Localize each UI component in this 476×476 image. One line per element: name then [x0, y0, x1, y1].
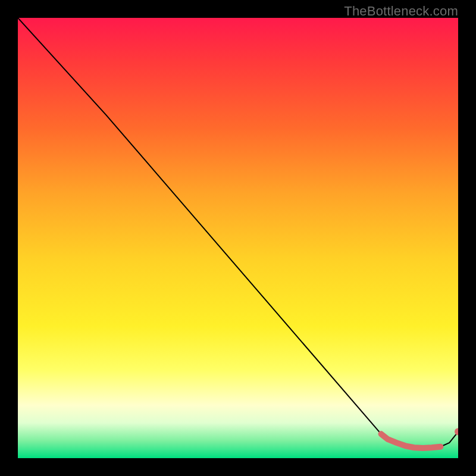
end-marker-dot — [455, 428, 458, 436]
curve-line — [18, 18, 458, 448]
chart-svg — [18, 18, 458, 458]
watermark-text: TheBottleneck.com — [344, 4, 458, 19]
highlight-line — [381, 434, 441, 448]
chart-frame: TheBottleneck.com — [0, 0, 476, 476]
chart-plot-area — [18, 18, 458, 458]
